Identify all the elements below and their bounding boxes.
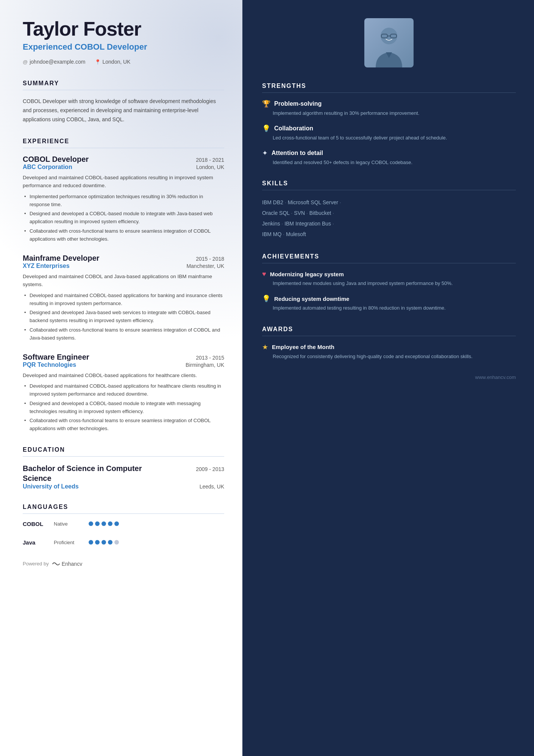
right-column: STRENGTHS 🏆 Problem-solving Implemented … [242,0,534,756]
edu-location: Leeds, UK [200,484,224,490]
bulb-icon-1: 💡 [262,124,270,133]
location-icon: 📍 [95,59,101,65]
job-item-2: Mainframe Developer 2015 - 2018 XYZ Ente… [23,254,224,342]
bullet-3-1: Developed and maintained COBOL-based app… [23,382,224,398]
email-icon: @ [23,59,28,65]
edu-dates: 2009 - 2013 [196,466,224,472]
job-title-1: COBOL Developer [23,155,89,164]
dot-j5 [114,540,119,545]
profile-photo [364,18,414,67]
bullet-1-1: Implemented performance optimization tec… [23,193,224,209]
skill-ibmmq: IBM MQ [262,231,281,237]
experience-divider [23,148,224,148]
job-item-1: COBOL Developer 2018 - 2021 ABC Corporat… [23,155,224,243]
enhancv-brand: Enhancv [62,561,82,567]
dot-j1 [89,540,93,545]
languages-row: COBOL Native Java Proficient [23,521,224,546]
awards-title: AWARDS [262,326,516,333]
strengths-title: STRENGTHS [262,83,516,89]
dot-5 [114,521,119,526]
heart-icon: ♥ [262,270,266,278]
location-contact: 📍 London, UK [95,59,131,65]
trophy-icon: 🏆 [262,100,270,108]
powered-by-text: Powered by [23,561,49,567]
dot-1 [89,521,93,526]
skill-jenkins: Jenkins [262,221,280,227]
bullet-2-2: Designed and developed Java-based web se… [23,309,224,325]
skill-ibm-integration: IBM Integration Bus [284,221,331,227]
lang-cobol-level: Native [54,521,84,527]
summary-divider [23,90,224,90]
strength-title-1: Problem-solving [274,100,322,107]
award-desc-1: Recognized for consistently delivering h… [262,353,516,361]
job-item-3: Software Engineer 2013 - 2015 PQR Techno… [23,353,224,433]
education-title: EDUCATION [23,446,224,453]
skill-bitbucket: Bitbucket [309,210,331,216]
strength-desc-2: Led cross-functional team of 5 to succes… [262,134,516,142]
bulb-icon-2: 💡 [262,294,270,303]
strength-item-1: 🏆 Problem-solving Implemented algorithm … [262,100,516,117]
dot-2 [95,521,100,526]
bullet-1-3: Collaborated with cross-functional teams… [23,227,224,243]
bullet-1-2: Designed and developed a COBOL-based mod… [23,210,224,226]
job-company-2: XYZ Enterprises [23,263,70,269]
dot-j2 [95,540,100,545]
dot-j3 [101,540,106,545]
skill-mulesoft: Mulesoft [286,231,306,237]
skills-title: SKILLS [262,180,516,187]
profile-avatar-svg [370,24,408,67]
summary-text: COBOL Developer with strong knowledge of… [23,97,224,124]
achievement-title-2: Reducing system downtime [274,296,349,302]
job-location-2: Manchester, UK [186,263,224,269]
job-desc-1: Developed and maintained COBOL-based app… [23,174,224,190]
bullet-2-3: Collaborated with cross-functional teams… [23,326,224,342]
email-contact: @ johndoe@example.com [23,59,86,65]
dot-j4 [108,540,112,545]
job-dates-2: 2015 - 2018 [196,256,224,262]
bullet-2-1: Developed and maintained COBOL-based app… [23,292,224,308]
right-footer: www.enhancv.com [262,374,516,380]
enhancv-icon [52,561,60,567]
lang-cobol-dots [89,521,119,526]
skill-oracle: Oracle SQL [262,210,290,216]
job-dates-3: 2013 - 2015 [196,355,224,361]
star-icon-1: ✦ [262,149,268,157]
strength-item-3: ✦ Attention to detail Identified and res… [262,149,516,167]
lang-java: Java Proficient [23,539,119,546]
lang-cobol-name: COBOL [23,521,49,527]
strength-desc-3: Identified and resolved 50+ defects in l… [262,159,516,167]
job-location-1: London, UK [196,164,224,170]
lang-java-dots [89,540,119,545]
achievements-divider [262,263,516,263]
lang-cobol: COBOL Native [23,521,119,527]
lang-java-level: Proficient [54,540,84,545]
lang-java-name: Java [23,539,49,546]
achievement-desc-2: Implemented automated testing resulting … [262,304,516,312]
website-url: www.enhancv.com [475,374,516,380]
job-bullets-2: Developed and maintained COBOL-based app… [23,292,224,342]
languages-divider [23,513,224,514]
skill-mssql: Microsoft SQL Server [288,199,338,205]
achievement-desc-1: Implemented new modules using Java and i… [262,280,516,288]
strength-title-3: Attention to detail [272,150,323,157]
award-item-1: ★ Employee of the Month Recognized for c… [262,343,516,361]
strengths-section: STRENGTHS 🏆 Problem-solving Implemented … [262,83,516,166]
job-desc-2: Developed and maintained COBOL and Java-… [23,272,224,289]
dot-3 [101,521,106,526]
awards-divider [262,336,516,336]
edu-school: University of Leeds [23,483,79,490]
job-title-3: Software Engineer [23,353,89,362]
strength-item-2: 💡 Collaboration Led cross-functional tea… [262,124,516,142]
skill-svn: SVN [294,210,305,216]
achievement-item-2: 💡 Reducing system downtime Implemented a… [262,294,516,312]
candidate-title: Experienced COBOL Developer [23,42,224,52]
skills-list: IBM DB2 · Microsoft SQL Server · Oracle … [262,197,516,239]
profile-photo-wrapper [262,18,516,67]
education-divider [23,456,224,457]
award-title-1: Employee of the Month [272,344,334,350]
skills-divider [262,190,516,190]
job-bullets-1: Implemented performance optimization tec… [23,193,224,243]
job-bullets-3: Developed and maintained COBOL-based app… [23,382,224,433]
experience-section: EXPERIENCE COBOL Developer 2018 - 2021 A… [23,138,224,433]
award-star-icon: ★ [262,343,268,351]
